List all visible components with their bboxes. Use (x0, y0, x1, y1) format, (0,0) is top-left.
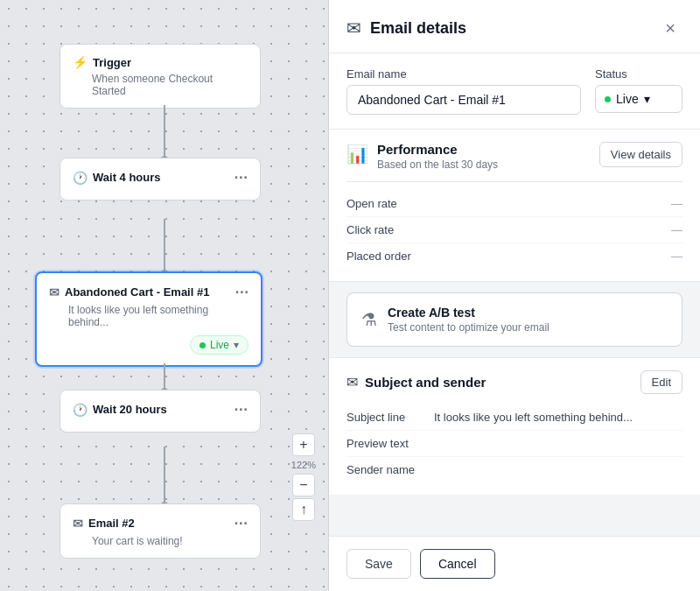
status-select[interactable]: Live ▾ (595, 85, 682, 113)
view-details-button[interactable]: View details (599, 142, 682, 167)
status-select-dot (605, 96, 611, 102)
metric-open-rate: Open rate — (346, 191, 682, 217)
connector-3 (164, 363, 165, 390)
wait2-node[interactable]: 🕐 Wait 20 hours ⋯ (60, 390, 261, 433)
metric-placed-order: Placed order — (346, 243, 682, 269)
panel-title: Email details (370, 19, 466, 38)
email1-node[interactable]: ✉ Abandoned Cart - Email #1 ⋯ It looks l… (35, 271, 262, 367)
wait1-menu[interactable]: ⋯ (234, 169, 248, 186)
email1-subtitle: It looks like you left something behind.… (68, 304, 248, 328)
perf-text: Performance Based on the last 30 days (377, 142, 498, 171)
zoom-out-button[interactable]: − (292, 474, 315, 496)
perf-title-group: 📊 Performance Based on the last 30 days (346, 142, 498, 171)
connector-1 (164, 105, 165, 158)
panel-header: ✉ Email details × (329, 0, 700, 53)
wait2-menu[interactable]: ⋯ (234, 401, 248, 418)
save-button[interactable]: Save (346, 549, 411, 579)
chart-icon: 📊 (346, 144, 368, 171)
envelope-icon-1: ✉ (49, 285, 60, 299)
sender-name-row: Sender name (346, 457, 682, 482)
workflow-canvas: ⚡ Trigger When someone Checkout Started … (0, 0, 328, 591)
envelope-icon-2: ✉ (73, 517, 83, 531)
trigger-label: Trigger (93, 56, 131, 69)
wait2-label: Wait 20 hours (93, 403, 167, 416)
email-name-label: Email name (346, 67, 581, 81)
open-rate-label: Open rate (346, 197, 397, 210)
panel-body: Email name Status Live ▾ 📊 (329, 53, 700, 536)
email2-node[interactable]: ✉ Email #2 ⋯ Your cart is waiting! (60, 503, 261, 559)
perf-title: Performance (377, 142, 498, 157)
trigger-node[interactable]: ⚡ Trigger When someone Checkout Started (60, 44, 261, 109)
wait1-node[interactable]: 🕐 Wait 4 hours ⋯ (60, 158, 261, 201)
status-label: Status (595, 67, 682, 81)
trigger-subtitle: When someone Checkout Started (92, 73, 248, 97)
subject-title-group: ✉ Subject and sender (346, 374, 486, 390)
click-rate-label: Click rate (346, 223, 394, 236)
ab-text: Create A/B test Test content to optimize… (388, 306, 550, 334)
email2-subtitle: Your cart is waiting! (92, 535, 248, 547)
subject-line-value: It looks like you left something behind.… (434, 411, 633, 424)
edit-button[interactable]: Edit (640, 370, 682, 394)
ab-title: Create A/B test (388, 306, 550, 320)
wait1-label: Wait 4 hours (93, 171, 161, 184)
cancel-button[interactable]: Cancel (420, 549, 495, 579)
zoom-controls: + 122% − ↑ (291, 433, 316, 521)
email2-menu[interactable]: ⋯ (234, 515, 248, 531)
panel-header-icon: ✉ (346, 18, 361, 39)
preview-text-row: Preview text (346, 431, 682, 457)
email-name-input[interactable] (346, 85, 581, 115)
perf-metrics: Open rate — Click rate — Placed order — (346, 181, 682, 269)
connector-2 (164, 219, 165, 271)
email-name-group: Email name (346, 67, 581, 115)
ab-subtitle: Test content to optimize your email (388, 321, 550, 334)
placed-order-label: Placed order (346, 250, 411, 263)
subject-line-row: Subject line It looks like you left some… (346, 405, 682, 431)
sender-name-key: Sender name (346, 463, 425, 476)
bolt-icon: ⚡ (73, 55, 88, 69)
zoom-reset-button[interactable]: ↑ (292, 498, 315, 521)
placed-order-value: — (671, 250, 682, 263)
subject-line-key: Subject line (346, 411, 425, 424)
status-dot (200, 342, 206, 348)
status-group: Status Live ▾ (595, 67, 682, 113)
preview-text-key: Preview text (346, 437, 425, 450)
panel-footer: Save Cancel (329, 536, 700, 591)
zoom-level: 122% (291, 458, 316, 472)
email2-label: Email #2 (88, 517, 135, 530)
metric-click-rate: Click rate — (346, 217, 682, 243)
email1-menu[interactable]: ⋯ (234, 284, 248, 300)
click-rate-value: — (671, 223, 682, 236)
connector-4 (164, 447, 165, 503)
status-select-value: Live (616, 92, 639, 106)
close-button[interactable]: × (658, 16, 682, 40)
panel-header-left: ✉ Email details (346, 18, 466, 39)
status-chevron: ▾ (234, 339, 239, 351)
performance-section: 📊 Performance Based on the last 30 days … (329, 130, 700, 282)
email-details-panel: ✉ Email details × Email name Status Live… (328, 0, 700, 591)
clock-icon-1: 🕐 (73, 171, 88, 185)
perf-subtitle: Based on the last 30 days (377, 158, 498, 171)
envelope-icon-3: ✉ (346, 374, 358, 390)
subject-section: ✉ Subject and sender Edit Subject line I… (329, 357, 700, 495)
ab-test-section[interactable]: ⚗ Create A/B test Test content to optimi… (346, 292, 682, 347)
email1-status-badge[interactable]: Live ▾ (190, 335, 248, 355)
subject-title: Subject and sender (365, 375, 486, 390)
form-section: Email name Status Live ▾ (329, 53, 700, 130)
beaker-icon: ⚗ (361, 309, 377, 330)
clock-icon-2: 🕐 (73, 403, 88, 417)
email1-label: Abandoned Cart - Email #1 (65, 285, 209, 299)
open-rate-value: — (671, 197, 682, 210)
status-select-chevron: ▾ (644, 92, 650, 106)
email1-status-label: Live (210, 339, 229, 351)
zoom-in-button[interactable]: + (292, 433, 315, 456)
